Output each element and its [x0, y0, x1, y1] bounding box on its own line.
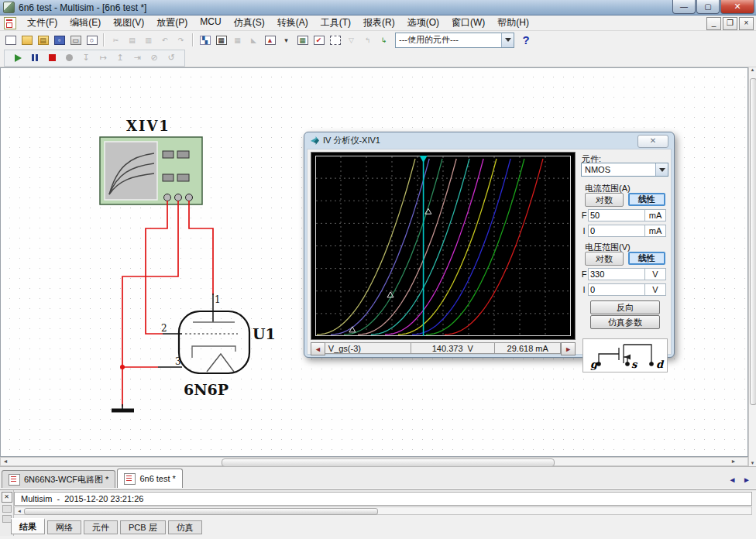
menu-item-5[interactable]: 仿真(S) — [228, 15, 271, 31]
scroll-left-icon[interactable]: ◄ — [1, 458, 10, 465]
iv-plot-area[interactable] — [311, 152, 576, 340]
open-file-button[interactable] — [19, 33, 34, 47]
results-hscrollbar[interactable]: ◄ — [14, 506, 752, 515]
mdi-close-button[interactable]: × — [739, 17, 754, 30]
voltage-f-input[interactable] — [588, 268, 645, 280]
scroll-up-icon[interactable]: ▲ — [749, 67, 756, 72]
simulate-params-button[interactable]: 仿真参数 — [590, 315, 660, 329]
mdi-restore-button[interactable]: ❐ — [723, 17, 737, 30]
voltage-linear-button[interactable]: 线性 — [628, 252, 665, 265]
scroll-left-icon[interactable]: ◄ — [15, 507, 24, 515]
step-out-button[interactable]: ↥ — [112, 52, 128, 64]
grapher-dropdown-button[interactable]: ▾ — [279, 33, 294, 47]
paste-button[interactable]: ▥ — [141, 33, 156, 47]
forward-annotate-button[interactable]: ↳ — [376, 33, 391, 47]
spreadsheet-view-button[interactable]: ▦ — [214, 33, 229, 47]
menu-item-8[interactable]: 报表(R) — [357, 15, 401, 31]
menu-item-11[interactable]: 帮助(H) — [491, 15, 535, 31]
maximize-button[interactable]: ▢ — [696, 0, 720, 14]
iv-analyzer-dialog[interactable]: IV 分析仪-XIV1 ✕ ◄ V_gs(-3) 140.373 V 29.61… — [304, 132, 675, 358]
menu-item-1[interactable]: 编辑(E) — [64, 15, 107, 31]
help-button[interactable]: ? — [519, 33, 533, 46]
component-combobox[interactable]: NMOS — [581, 163, 668, 177]
instrument-terminal-1[interactable] — [164, 194, 171, 201]
step-into-button[interactable]: ↧ — [78, 52, 94, 64]
vscroll-thumb[interactable] — [750, 78, 756, 405]
scroll-right-icon[interactable]: ► — [729, 458, 738, 465]
menu-item-4[interactable]: MCU — [194, 15, 227, 31]
current-i-input[interactable] — [588, 225, 645, 237]
capture-area-button[interactable] — [328, 33, 342, 47]
results-tab-0[interactable]: 结果 — [11, 518, 45, 534]
component-wizard-button[interactable]: ◣ — [246, 33, 261, 47]
copy-button[interactable]: ▤ — [125, 33, 139, 47]
combobox-dropdown-icon[interactable] — [501, 33, 514, 47]
back-annotate-button[interactable]: ↰ — [360, 33, 375, 47]
wires[interactable] — [122, 201, 213, 407]
results-close-button[interactable]: ✕ — [2, 492, 12, 503]
postprocessor-button[interactable]: ▦ — [295, 33, 310, 47]
database-manager-button[interactable]: ▦ — [230, 33, 245, 47]
mdi-minimize-button[interactable]: _ — [706, 17, 721, 30]
combobox-dropdown-icon[interactable] — [655, 163, 668, 176]
new-file-button[interactable] — [3, 33, 18, 47]
menu-item-2[interactable]: 视图(V) — [107, 15, 150, 31]
graph-probe-button[interactable]: ▽ — [344, 33, 359, 47]
minimize-button[interactable]: — — [672, 0, 696, 14]
results-tab-4[interactable]: 仿真 — [168, 520, 202, 534]
next-trace-button[interactable]: ► — [561, 342, 576, 355]
current-linear-button[interactable]: 线性 — [628, 193, 665, 206]
tab-nav-arrows[interactable]: ◄ ► — [728, 475, 753, 484]
current-f-input[interactable] — [588, 209, 645, 221]
voltage-i-input[interactable] — [588, 283, 645, 296]
prev-trace-button[interactable]: ◄ — [311, 342, 325, 355]
menu-item-0[interactable]: 文件(F) — [21, 15, 64, 31]
results-tool-icon[interactable] — [2, 515, 12, 523]
menu-item-3[interactable]: 放置(P) — [150, 15, 194, 31]
cursor-handle[interactable] — [420, 156, 428, 163]
menu-item-9[interactable]: 选项(O) — [401, 15, 445, 31]
results-tab-3[interactable]: PCB 层 — [120, 520, 166, 534]
cut-button[interactable]: ✂ — [108, 33, 123, 47]
stop-button[interactable] — [44, 52, 60, 64]
grapher-button[interactable]: ▲ — [263, 33, 277, 47]
pause-at-condition-button[interactable] — [61, 52, 77, 64]
vacuum-tube-6n6p[interactable]: 1 2 3 U1 6N6P — [158, 294, 276, 398]
undo-button[interactable]: ↶ — [157, 33, 172, 47]
step-over-button[interactable]: ↦ — [95, 52, 111, 64]
iv-analyzer-instrument[interactable]: XIV1 — [100, 118, 202, 204]
close-button[interactable]: ✕ — [720, 0, 754, 14]
results-scroll-thumb[interactable] — [24, 508, 378, 515]
open-sample-button[interactable]: ▤ — [36, 33, 50, 47]
design-toolbox-button[interactable]: ▚ — [198, 33, 212, 47]
ground-symbol[interactable] — [112, 404, 134, 410]
pause-button[interactable] — [27, 52, 43, 64]
results-tab-1[interactable]: 网络 — [47, 520, 81, 534]
print-button[interactable]: ▭ — [68, 33, 83, 47]
canvas-hscrollbar[interactable]: ◄ ► — [0, 457, 748, 466]
erc-check-button[interactable]: ✔ — [311, 33, 326, 47]
voltage-log-button[interactable]: 对数 — [585, 252, 624, 266]
menu-item-7[interactable]: 工具(T) — [314, 15, 357, 31]
remove-breakpoint-button[interactable]: ↺ — [163, 52, 179, 64]
save-button[interactable]: ▫ — [52, 33, 67, 47]
redo-button[interactable]: ↷ — [174, 33, 188, 47]
canvas-vscrollbar[interactable]: ▲ ▼ — [748, 67, 756, 466]
instrument-terminal-2[interactable] — [175, 194, 182, 201]
results-tab-2[interactable]: 元件 — [84, 520, 118, 534]
breakpoint-button[interactable]: ⊘ — [146, 52, 162, 64]
scroll-down-icon[interactable]: ▼ — [749, 461, 756, 465]
in-use-list-combobox[interactable]: ---使用的元件--- — [395, 33, 514, 48]
reverse-button[interactable]: 反向 — [590, 300, 660, 314]
print-preview-button[interactable]: ○ — [84, 33, 99, 47]
current-log-button[interactable]: 对数 — [585, 193, 624, 207]
menu-item-10[interactable]: 窗口(W) — [445, 15, 491, 31]
instrument-terminal-3[interactable] — [186, 194, 193, 201]
results-tool-icon[interactable] — [2, 505, 12, 513]
document-tab-0[interactable]: 6N66N3-WCF电路图 * — [2, 470, 115, 488]
dialog-title-bar[interactable]: IV 分析仪-XIV1 — [311, 135, 380, 146]
run-to-cursor-button[interactable]: ⇥ — [129, 52, 145, 64]
document-tab-1[interactable]: 6n6 test * — [117, 469, 182, 488]
run-button[interactable] — [10, 52, 26, 64]
menu-item-6[interactable]: 转换(A) — [271, 15, 314, 31]
